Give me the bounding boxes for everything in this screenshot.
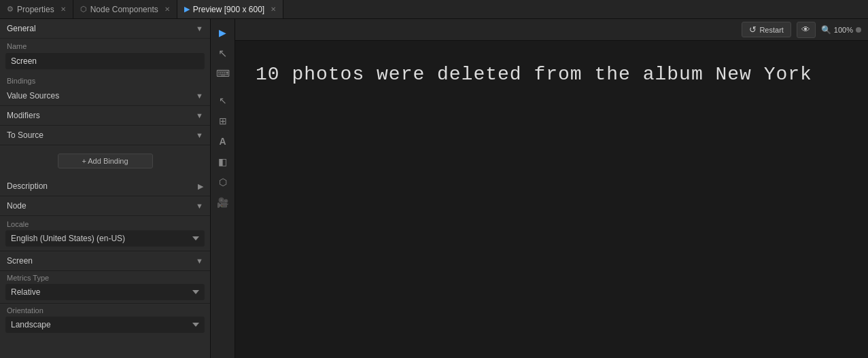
eye-button[interactable]: 👁 [797,22,816,38]
tab-node-components-label: Node Components [90,5,158,14]
table-tool-button[interactable]: ⊞ [213,111,232,130]
to-source-label: To Source [7,130,44,140]
tab-node-components[interactable]: ⬡ Node Components ✕ [73,0,177,18]
properties-tab-icon: ⚙ [7,5,14,14]
text-tool-button[interactable]: A [213,132,232,151]
metrics-type-label: Metrics Type [5,274,205,282]
share-icon: ⬡ [219,177,227,187]
value-sources-chevron-icon: ▼ [196,92,203,100]
tab-preview-label: Preview [900 x 600] [193,5,264,14]
general-section-header[interactable]: General ▼ [0,19,210,39]
general-chevron-icon: ▼ [196,24,203,33]
camera-icon: 🎥 [217,197,228,208]
restart-label: Restart [759,26,783,34]
vertical-toolbar: ▶ ↖ ⌨ ↖ ⊞ A ◧ ⬡ 🎥 [211,19,235,358]
metrics-type-select[interactable]: Relative [5,284,205,300]
preview-area: ↺ Restart 👁 🔍 100% 10 photos were delete… [235,19,868,358]
play-tool-button[interactable]: ▶ [213,23,232,42]
locale-select[interactable]: English (United States) (en-US) [5,230,205,247]
tab-properties-label: Properties [17,5,54,14]
orientation-select[interactable]: Landscape [5,317,205,333]
node-subsection[interactable]: Node ▼ [0,196,210,216]
tab-preview[interactable]: ▶ Preview [900 x 600] ✕ [177,0,283,18]
general-section-title: General [7,24,36,33]
left-panel: General ▼ Name Screen Bindings Value Sou… [0,19,211,358]
name-value: Screen [5,53,205,69]
bindings-label: Bindings [0,73,210,86]
value-sources-label: Value Sources [7,91,59,101]
text-icon: A [219,136,226,147]
screen-section-header[interactable]: Screen ▼ [0,251,210,271]
search-icon: 🔍 [821,25,831,35]
play-icon: ▶ [219,27,226,38]
to-source-chevron-icon: ▼ [196,131,203,139]
description-row[interactable]: Description ▶ [0,177,210,196]
cursor-icon: ↖ [218,47,227,60]
locale-label: Locale [5,220,205,228]
add-binding-label: + Add Binding [82,157,128,165]
select-icon: ↖ [219,95,227,106]
metrics-type-section: Metrics Type Relative [0,271,210,304]
table-icon: ⊞ [219,115,227,126]
tab-node-components-close[interactable]: ✕ [164,5,170,13]
layers-tool-button[interactable]: ◧ [213,152,232,171]
preview-content: 10 photos were deleted from the album Ne… [235,41,868,358]
zoom-area: 🔍 100% [821,25,861,35]
preview-text: 10 photos were deleted from the album Ne… [256,61,812,88]
eye-icon: 👁 [801,24,810,35]
tab-preview-close[interactable]: ✕ [271,5,276,13]
camera-tool-button[interactable]: 🎥 [213,193,232,212]
node-chevron-icon: ▼ [196,202,203,210]
keyboard-tool-button[interactable]: ⌨ [213,64,232,83]
orientation-label: Orientation [5,306,205,315]
orientation-section: Orientation Landscape [0,304,210,336]
tab-properties[interactable]: ⚙ Properties ✕ [0,0,73,18]
preview-toolbar: ↺ Restart 👁 🔍 100% [235,19,868,41]
zoom-value: 100% [834,26,853,34]
add-binding-button[interactable]: + Add Binding [58,154,153,168]
keyboard-icon: ⌨ [216,68,230,79]
restart-icon: ↺ [749,24,757,35]
restart-button[interactable]: ↺ Restart [742,22,791,37]
select-tool-button[interactable]: ↖ [213,91,232,110]
screen-section-label: Screen [7,256,33,266]
main-layout: General ▼ Name Screen Bindings Value Sou… [0,19,868,358]
tab-properties-close[interactable]: ✕ [60,5,66,13]
node-label: Node [7,201,27,211]
value-sources-subsection[interactable]: Value Sources ▼ [0,86,210,106]
locale-section: Locale English (United States) (en-US) [0,216,210,251]
to-source-subsection[interactable]: To Source ▼ [0,126,210,145]
name-label: Name [0,39,210,52]
modifiers-chevron-icon: ▼ [196,111,203,120]
cursor-tool-button[interactable]: ↖ [213,43,232,62]
modifiers-subsection[interactable]: Modifiers ▼ [0,106,210,126]
description-arrow-icon: ▶ [198,182,203,191]
modifiers-label: Modifiers [7,111,40,120]
zoom-circle-icon [856,27,861,33]
layers-icon: ◧ [218,156,227,167]
screen-section-chevron-icon: ▼ [196,257,203,265]
tab-bar: ⚙ Properties ✕ ⬡ Node Components ✕ ▶ Pre… [0,0,868,19]
description-label: Description [7,181,48,191]
preview-tab-icon: ▶ [184,5,190,14]
node-components-tab-icon: ⬡ [80,5,87,14]
share-tool-button[interactable]: ⬡ [213,173,232,192]
